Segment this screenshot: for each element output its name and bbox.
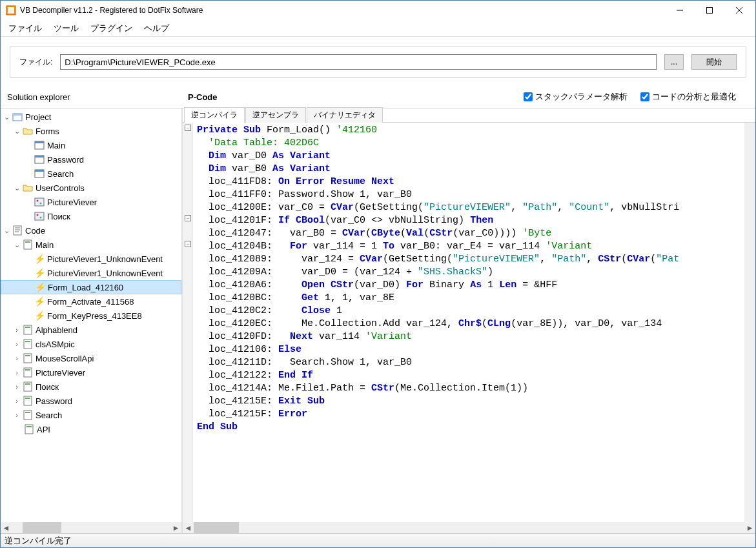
svg-rect-11 (35, 156, 44, 157)
tree-uc-poisk[interactable]: Поиск (1, 209, 181, 223)
module-icon (23, 381, 33, 392)
explorer-hscrollbar[interactable]: ◄ ► (1, 522, 181, 533)
tree-form-password[interactable]: Password (1, 152, 181, 167)
expand-icon[interactable]: ⌄ (12, 127, 21, 136)
svg-rect-35 (25, 383, 30, 385)
tree-forms[interactable]: ⌄ Forms (1, 124, 181, 138)
form-icon (34, 154, 45, 165)
tree-code-main[interactable]: ⌄ Main (1, 238, 181, 252)
code-vscrollbar[interactable] (744, 123, 755, 522)
expand-icon[interactable]: › (12, 369, 21, 376)
code-tabs: 逆コンパイラ 逆アセンブラ バイナリエディタ (183, 108, 755, 123)
svg-rect-7 (13, 114, 22, 116)
module-icon (24, 424, 34, 434)
tree-event-formkeypress[interactable]: ⚡ Form_KeyPress_413EE8 (1, 309, 181, 323)
svg-rect-25 (25, 241, 30, 243)
window-title: VB Decompiler v11.2 - Registered to DotF… (20, 6, 665, 15)
svg-rect-41 (26, 426, 32, 427)
form-icon (34, 168, 45, 179)
fold-icon[interactable]: − (185, 125, 191, 131)
start-button[interactable]: 開始 (691, 54, 737, 70)
tree-event-pv1b[interactable]: ⚡ PictureViever1_UnknownEvent (1, 266, 181, 280)
maximize-button[interactable] (695, 1, 724, 20)
tree-mod-alphablend[interactable]: › Alphablend (1, 323, 181, 337)
tree-mod-clsasmpic[interactable]: › clsASMpic (1, 337, 181, 351)
close-button[interactable] (724, 1, 754, 20)
form-icon (34, 140, 45, 150)
minimize-button[interactable] (665, 1, 695, 20)
svg-rect-3 (707, 8, 713, 14)
menu-tools[interactable]: ツール (48, 21, 84, 36)
menu-file[interactable]: ファイル (3, 21, 47, 36)
tree-usercontrols[interactable]: ⌄ UserControls (1, 181, 181, 195)
project-tree[interactable]: ⌄ Project ⌄ Forms Main Password (1, 108, 181, 522)
tab-binary-editor[interactable]: バイナリエディタ (307, 107, 383, 123)
stack-param-checkbox[interactable]: スタックパラメータ解析 (524, 91, 628, 103)
code-area[interactable]: − − − Private Sub Form_Load() '412160 'D… (183, 123, 755, 522)
tree-uc-pictureviewer[interactable]: PictureViever (1, 195, 181, 209)
svg-rect-20 (14, 226, 21, 235)
code-pane: 逆コンパイラ 逆アセンブラ バイナリエディタ − − − Private Sub… (183, 108, 755, 533)
svg-rect-37 (25, 398, 30, 399)
app-icon (6, 5, 16, 15)
project-icon (12, 112, 23, 122)
svg-rect-13 (35, 170, 44, 172)
app-window: VB Decompiler v11.2 - Registered to DotF… (0, 0, 756, 548)
svg-rect-33 (25, 369, 30, 370)
tree-project[interactable]: ⌄ Project (1, 110, 181, 124)
expand-icon[interactable]: ⌄ (12, 241, 21, 249)
tree-mod-poisk[interactable]: › Поиск (1, 380, 181, 394)
svg-point-16 (40, 203, 42, 205)
fold-icon[interactable]: − (185, 215, 191, 221)
fold-icon[interactable]: − (185, 241, 191, 247)
expand-icon[interactable]: › (12, 411, 21, 419)
titlebar: VB Decompiler v11.2 - Registered to DotF… (1, 1, 755, 20)
tree-form-main[interactable]: Main (1, 138, 181, 152)
scroll-thumb[interactable] (194, 522, 239, 533)
event-icon: ⚡ (34, 296, 45, 307)
expand-icon[interactable]: › (12, 340, 21, 348)
optimize-check-input[interactable] (640, 92, 649, 101)
svg-rect-31 (25, 355, 30, 356)
tree-mod-password[interactable]: › Password (1, 394, 181, 408)
expand-icon[interactable]: ⌄ (2, 227, 11, 235)
code-text[interactable]: Private Sub Form_Load() '412160 'Data Ta… (183, 123, 755, 522)
code-hscrollbar[interactable]: ◄ ► (183, 522, 755, 533)
folder-open-icon (23, 183, 33, 193)
expand-icon[interactable]: › (12, 326, 21, 334)
file-path-input[interactable] (60, 54, 657, 70)
svg-rect-9 (35, 141, 44, 143)
sub-header: Solution explorer P-Code スタックパラメータ解析 コード… (1, 87, 755, 108)
tree-code[interactable]: ⌄ Code (1, 223, 181, 238)
scroll-right-icon[interactable]: ► (744, 522, 755, 533)
expand-icon[interactable]: › (12, 397, 21, 405)
module-icon (23, 339, 33, 349)
scroll-left-icon[interactable]: ◄ (183, 522, 194, 533)
tree-form-search[interactable]: Search (1, 167, 181, 181)
scroll-left-icon[interactable]: ◄ (1, 522, 12, 533)
menu-help[interactable]: ヘルプ (139, 21, 174, 36)
optimize-checkbox[interactable]: コードの分析と最適化 (640, 91, 736, 103)
tree-event-pv1a[interactable]: ⚡ PictureViever1_UnknownEvent (1, 252, 181, 266)
expand-icon[interactable]: ⌄ (2, 113, 11, 121)
scroll-right-icon[interactable]: ► (170, 522, 181, 533)
tree-mod-api[interactable]: API (1, 422, 181, 436)
tree-mod-pictureviewer[interactable]: › PictureViever (1, 365, 181, 380)
tab-disassembly[interactable]: 逆アセンブラ (245, 107, 306, 123)
tree-event-formactivate[interactable]: ⚡ Form_Activate_411568 (1, 294, 181, 309)
expand-icon[interactable]: › (12, 383, 21, 391)
module-icon (23, 325, 33, 335)
stack-param-check-input[interactable] (524, 92, 533, 101)
tree-mod-mousescroll[interactable]: › MouseScrollApi (1, 351, 181, 365)
window-controls (665, 1, 754, 20)
menu-plugins[interactable]: プラグイン (85, 21, 138, 36)
expand-icon[interactable]: › (12, 354, 21, 362)
browse-button[interactable]: ... (664, 54, 684, 70)
module-icon (23, 367, 33, 378)
tree-event-formload[interactable]: ⚡ Form_Load_412160 (1, 280, 181, 294)
module-icon (23, 353, 33, 363)
scroll-thumb[interactable] (23, 522, 61, 533)
tree-mod-search[interactable]: › Search (1, 408, 181, 422)
expand-icon[interactable]: ⌄ (12, 184, 21, 192)
tab-decompile[interactable]: 逆コンパイラ (184, 107, 245, 123)
